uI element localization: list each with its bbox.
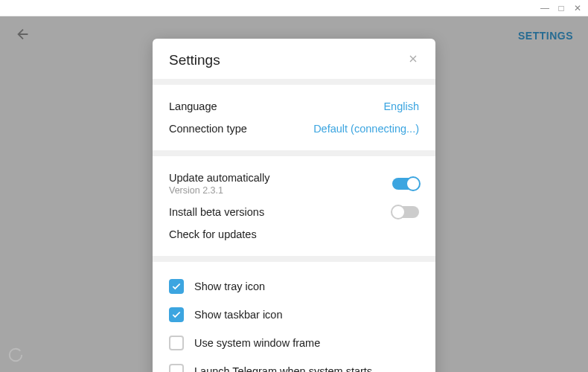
language-label: Language	[169, 100, 217, 112]
install-beta-label: Install beta versions	[169, 206, 264, 218]
tray-icon-checkbox[interactable]	[169, 279, 184, 294]
version-text: Version 2.3.1	[169, 185, 269, 196]
launch-startup-checkbox[interactable]	[169, 364, 184, 372]
svg-point-0	[10, 349, 22, 362]
taskbar-icon-checkbox[interactable]	[169, 307, 184, 322]
updates-section: Update automatically Version 2.3.1 Insta…	[153, 156, 435, 256]
main-window: SETTINGS Settings Language English Conne…	[0, 16, 588, 372]
tray-icon-label: Show tray icon	[194, 280, 265, 292]
install-beta-toggle[interactable]	[392, 206, 419, 218]
window-titlebar: — □ ✕	[0, 0, 588, 16]
connection-row[interactable]: Connection type Default (connecting...)	[169, 118, 419, 140]
check-updates-row[interactable]: Check for updates	[169, 223, 419, 246]
language-section: Language English Connection type Default…	[153, 85, 435, 150]
window-frame-label: Use system window frame	[194, 337, 320, 349]
separator	[153, 256, 435, 262]
connection-label: Connection type	[169, 123, 247, 135]
close-icon[interactable]	[407, 53, 419, 68]
install-beta-row: Install beta versions	[169, 201, 419, 223]
window-frame-row[interactable]: Use system window frame	[169, 329, 419, 357]
maximize-button[interactable]: □	[557, 4, 566, 13]
window-frame-checkbox[interactable]	[169, 336, 184, 350]
update-auto-row: Update automatically Version 2.3.1	[169, 167, 419, 201]
separator	[153, 150, 435, 156]
language-row[interactable]: Language English	[169, 95, 419, 118]
connection-value[interactable]: Default (connecting...)	[313, 123, 419, 135]
close-window-button[interactable]: ✕	[573, 4, 582, 13]
loading-spinner-icon	[7, 347, 24, 366]
taskbar-icon-label: Show taskbar icon	[194, 309, 282, 321]
tray-icon-row[interactable]: Show tray icon	[169, 272, 419, 301]
check-updates-label: Check for updates	[169, 228, 257, 240]
taskbar-icon-row[interactable]: Show taskbar icon	[169, 301, 419, 329]
modal-title: Settings	[169, 52, 220, 68]
minimize-button[interactable]: —	[540, 4, 549, 13]
update-auto-label: Update automatically	[169, 172, 269, 184]
launch-startup-row[interactable]: Launch Telegram when system starts	[169, 357, 419, 372]
system-section: Show tray icon Show taskbar icon Use sys…	[153, 262, 435, 372]
modal-header: Settings	[153, 39, 435, 79]
launch-startup-label: Launch Telegram when system starts	[194, 365, 372, 372]
settings-modal: Settings Language English Connection typ…	[153, 39, 435, 372]
separator	[153, 79, 435, 85]
language-value[interactable]: English	[383, 100, 419, 112]
update-auto-toggle[interactable]	[392, 178, 419, 190]
